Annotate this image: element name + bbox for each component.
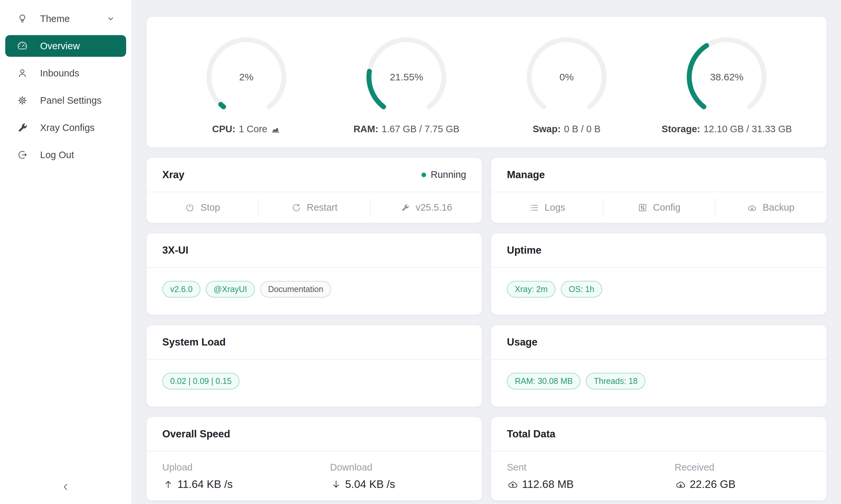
- bulb-icon: [16, 13, 28, 24]
- main-content: 2% CPU: 1 Core 21.55%: [132, 0, 841, 504]
- usage-card-title: Usage: [507, 336, 537, 348]
- xray-status: Running: [422, 169, 466, 180]
- sidebar-item-log-out[interactable]: Log Out: [5, 144, 126, 166]
- cpu-percent: 2%: [204, 35, 289, 119]
- manage-card: Manage Logs: [491, 158, 827, 223]
- version-tag[interactable]: v2.6.0: [162, 281, 201, 298]
- storage-label: Storage: 12.10 GB / 31.33 GB: [662, 124, 792, 134]
- manage-card-title: Manage: [507, 169, 545, 181]
- list-icon: [529, 202, 539, 213]
- dashboard-icon: [16, 40, 28, 52]
- status-dot-icon: [422, 173, 426, 177]
- xrayui-tag[interactable]: @XrayUI: [206, 281, 255, 298]
- download-stat: Download 5.04 KB /s: [314, 462, 482, 500]
- xui-card: 3X-UI v2.6.0 @XrayUI Documentation: [146, 233, 482, 315]
- cloud-upload-icon: [507, 479, 519, 490]
- download-value: 5.04 KB /s: [345, 478, 395, 490]
- sidebar-item-label: Log Out: [40, 150, 74, 160]
- uptime-card: Uptime Xray: 2m OS: 1h: [491, 233, 827, 315]
- control-icon: [637, 202, 648, 213]
- sidebar-item-inbounds[interactable]: Inbounds: [5, 62, 126, 84]
- swap-percent: 0%: [525, 35, 609, 119]
- xray-card: Xray Running Stop: [146, 158, 482, 223]
- ram-gauge: 21.55% RAM: 1.67 GB / 7.75 GB: [327, 35, 487, 147]
- load-average-tag: 0.02 | 0.09 | 0.15: [162, 373, 240, 390]
- upload-label: Upload: [162, 462, 314, 473]
- total-data-card: Total Data Sent 112.68 MB: [491, 417, 827, 501]
- sent-value: 112.68 MB: [522, 478, 573, 490]
- os-uptime-tag: OS: 1h: [561, 281, 602, 298]
- sent-label: Sent: [507, 462, 659, 473]
- sidebar-item-label: Xray Configs: [40, 122, 95, 133]
- cpu-label: CPU: 1 Core: [212, 124, 280, 134]
- sidebar: Theme Overview I: [0, 0, 132, 504]
- sidebar-item-overview[interactable]: Overview: [5, 35, 126, 57]
- total-data-card-title: Total Data: [507, 428, 555, 440]
- arrow-down-icon: [330, 479, 342, 490]
- status-text: Running: [431, 169, 466, 180]
- sidebar-item-panel-settings[interactable]: Panel Settings: [5, 90, 126, 111]
- arrow-up-icon: [162, 479, 174, 490]
- sidebar-item-label: Panel Settings: [40, 95, 102, 106]
- upload-stat: Upload 11.64 KB /s: [147, 462, 314, 500]
- power-icon: [185, 202, 195, 213]
- swap-gauge: 0% Swap: 0 B / 0 B: [486, 35, 647, 147]
- documentation-tag[interactable]: Documentation: [260, 281, 331, 298]
- xray-card-title: Xray: [162, 169, 184, 181]
- ram-usage-tag: RAM: 30.08 MB: [507, 373, 581, 390]
- area-chart-icon[interactable]: [271, 124, 280, 134]
- xray-uptime-tag: Xray: 2m: [507, 281, 555, 298]
- storage-gauge: 38.62% Storage: 12.10 GB / 31.33 GB: [647, 35, 807, 147]
- usage-card: Usage RAM: 30.08 MB Threads: 18: [491, 325, 827, 407]
- ram-percent: 21.55%: [364, 35, 448, 119]
- logs-button[interactable]: Logs: [491, 192, 603, 223]
- gear-icon: [16, 94, 28, 106]
- uptime-card-title: Uptime: [507, 245, 542, 256]
- user-icon: [16, 67, 28, 79]
- sidebar-item-label: Overview: [40, 41, 80, 52]
- ram-label: RAM: 1.67 GB / 7.75 GB: [354, 124, 460, 134]
- restart-button[interactable]: Restart: [258, 192, 370, 223]
- reload-icon: [291, 202, 302, 213]
- upload-value: 11.64 KB /s: [177, 478, 233, 490]
- system-load-card-title: System Load: [162, 336, 226, 348]
- xui-card-title: 3X-UI: [162, 245, 188, 256]
- swap-label: Swap: 0 B / 0 B: [533, 124, 601, 134]
- backup-button[interactable]: Backup: [715, 192, 826, 223]
- system-status-card: 2% CPU: 1 Core 21.55%: [146, 16, 827, 148]
- overall-speed-card: Overall Speed Upload 11.64 KB /s: [146, 417, 482, 501]
- cloud-backup-icon: [747, 202, 757, 213]
- chevron-down-icon: [106, 15, 115, 23]
- config-button[interactable]: Config: [603, 192, 715, 223]
- chevron-left-icon: [61, 482, 71, 492]
- sidebar-item-label: Inbounds: [40, 68, 79, 79]
- overall-speed-card-title: Overall Speed: [162, 428, 230, 440]
- threads-tag: Threads: 18: [586, 373, 645, 390]
- download-label: Download: [330, 462, 482, 473]
- logout-icon: [16, 149, 28, 161]
- wrench-icon: [16, 122, 28, 133]
- sidebar-item-xray-configs[interactable]: Xray Configs: [5, 117, 126, 139]
- wrench-icon: [400, 202, 410, 213]
- cpu-gauge: 2% CPU: 1 Core: [166, 35, 327, 147]
- sidebar-collapse-button[interactable]: [0, 477, 132, 497]
- sent-stat: Sent 112.68 MB: [491, 462, 659, 500]
- stop-button[interactable]: Stop: [147, 192, 258, 223]
- received-label: Received: [675, 462, 827, 473]
- xray-version-button[interactable]: v25.5.16: [370, 192, 482, 223]
- cloud-download-icon: [675, 479, 687, 490]
- system-load-card: System Load 0.02 | 0.09 | 0.15: [146, 325, 482, 407]
- sidebar-item-label: Theme: [40, 14, 70, 24]
- sidebar-item-theme[interactable]: Theme: [5, 8, 126, 30]
- storage-percent: 38.62%: [685, 35, 769, 119]
- received-stat: Received 22.26 GB: [659, 462, 827, 500]
- received-value: 22.26 GB: [690, 478, 736, 490]
